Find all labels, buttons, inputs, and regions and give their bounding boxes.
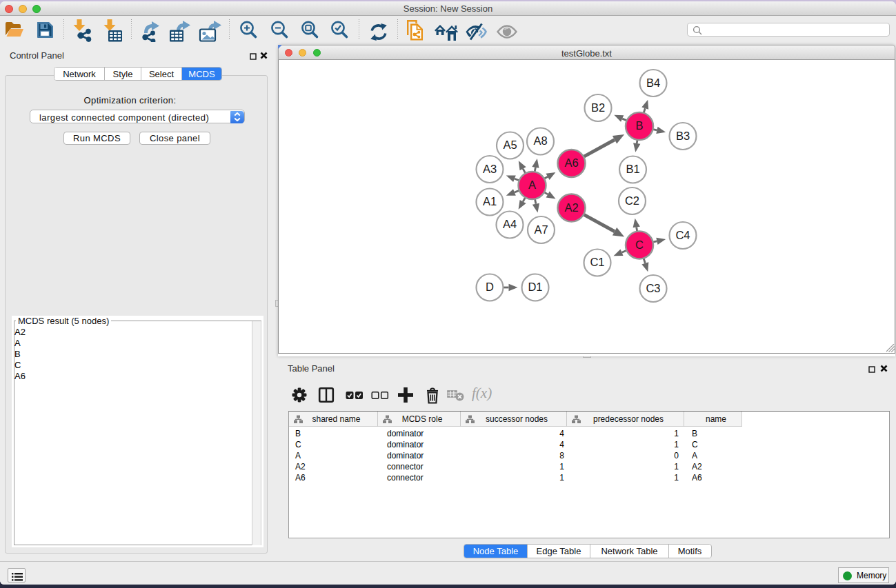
svg-text:D: D (486, 281, 494, 293)
svg-text:A3: A3 (483, 163, 497, 175)
svg-text:C4: C4 (675, 229, 690, 241)
svg-text:B2: B2 (591, 101, 605, 114)
svg-text:D1: D1 (528, 281, 542, 293)
svg-text:A2: A2 (564, 201, 578, 214)
svg-text:C2: C2 (625, 194, 639, 207)
svg-text:C: C (635, 239, 644, 251)
svg-text:A: A (528, 179, 536, 191)
svg-text:A4: A4 (503, 218, 517, 230)
svg-text:A8: A8 (533, 134, 547, 147)
svg-text:A7: A7 (534, 223, 548, 236)
svg-text:C1: C1 (590, 256, 604, 268)
svg-text:A1: A1 (483, 195, 497, 207)
svg-text:A6: A6 (564, 156, 578, 169)
svg-text:B3: B3 (676, 130, 690, 142)
svg-text:B: B (635, 119, 643, 132)
svg-text:A5: A5 (503, 139, 517, 151)
svg-text:C3: C3 (646, 282, 660, 294)
svg-text:B4: B4 (646, 77, 660, 89)
svg-text:B1: B1 (626, 163, 639, 175)
